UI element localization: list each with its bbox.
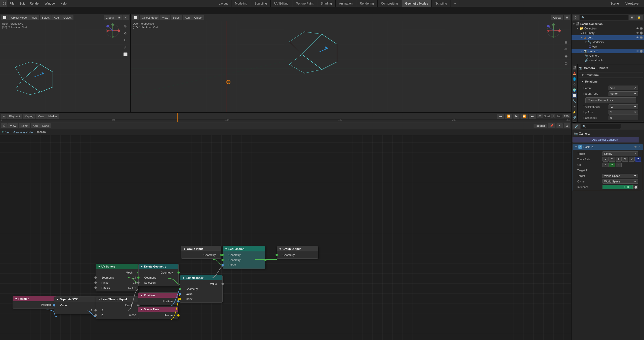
node-close-btn[interactable]: ✕: [556, 123, 563, 128]
constraint-close-btn[interactable]: ✕: [638, 145, 641, 149]
tree-camera-data[interactable]: 📷 Camera: [572, 53, 644, 58]
tree-modifiers[interactable]: ▼ 🔧 Modifiers: [572, 40, 644, 44]
menu-file[interactable]: File: [7, 0, 17, 7]
vp2-object-mode[interactable]: Object Mode: [140, 15, 159, 20]
props-icon-constraints[interactable]: 🔗: [572, 115, 577, 120]
outliner-filter[interactable]: ⊞: [629, 15, 635, 20]
marker-btn[interactable]: Marker: [46, 114, 59, 119]
timeline-editor-type[interactable]: ≡: [1, 114, 7, 119]
tab-compositing[interactable]: Compositing: [378, 0, 402, 7]
pass-index-val[interactable]: 0: [609, 116, 638, 120]
vp2-render-tool[interactable]: ◉: [563, 53, 569, 59]
node-group-input[interactable]: ▼ Group Input Geometry: [181, 246, 221, 259]
vp2-global-btn[interactable]: Global: [551, 15, 563, 20]
parent-dropdown[interactable]: Vert ✕: [609, 86, 638, 90]
tab-shading[interactable]: Shading: [317, 0, 336, 7]
tool-cursor[interactable]: ⊕: [122, 23, 128, 29]
play-btn[interactable]: ▶: [513, 114, 519, 119]
tab-rendering[interactable]: Rendering: [356, 0, 377, 7]
tree-empty[interactable]: ▶ ⬡ Empty 👁🔘: [572, 31, 644, 35]
target-ws-dropdown[interactable]: World Space ▼: [602, 174, 638, 178]
bc-geonodes[interactable]: GeometryNodes: [13, 131, 33, 134]
menu-help[interactable]: Help: [58, 0, 69, 7]
play-start-btn[interactable]: ⏮: [497, 114, 504, 119]
tree-scene-collection[interactable]: ▼ 🎬 Scene Collection: [572, 22, 644, 26]
track-y-btn[interactable]: Y: [609, 157, 615, 162]
node-sp-collapse[interactable]: ▼: [225, 248, 227, 250]
node-gi-collapse[interactable]: ▼: [183, 248, 186, 250]
tree-constraints[interactable]: 🔗 Constraints: [572, 58, 644, 62]
menu-edit[interactable]: Edit: [17, 0, 27, 7]
vp2-editor-type[interactable]: ⬜: [132, 15, 139, 20]
tab-animation[interactable]: Animation: [336, 0, 356, 7]
vp2-view-btn[interactable]: View: [160, 15, 170, 20]
node-editor-type[interactable]: ⬡: [1, 123, 8, 128]
node-pos2-collapse[interactable]: ▼: [140, 294, 143, 297]
vp2-object-btn[interactable]: Object: [192, 15, 204, 20]
node-sample-index[interactable]: ▼ Sample Index Value Geometry Value: [180, 275, 223, 303]
tab-layout[interactable]: Layout: [215, 0, 231, 7]
bc-vert[interactable]: Vert: [6, 131, 11, 134]
node-lte-collapse[interactable]: ▼: [98, 298, 100, 301]
playback-btn[interactable]: Playback: [7, 114, 22, 119]
outliner-sync[interactable]: 🔒: [635, 15, 643, 20]
prev-key-btn[interactable]: ⏪: [505, 114, 512, 119]
node-less-than-equal[interactable]: ▼ Less Than or Equal Result A B: [96, 296, 138, 319]
vp-snap-btn[interactable]: ⊞: [116, 15, 123, 20]
influence-reset-btn[interactable]: ⬤: [633, 185, 638, 189]
props-icon-physics[interactable]: ⚡: [572, 110, 577, 115]
props-icon-scene[interactable]: ⬡: [572, 82, 577, 87]
props-icon-particles[interactable]: ✦: [572, 104, 577, 109]
outliner-editor-type[interactable]: ⬡: [573, 15, 579, 20]
node-snap-btn[interactable]: ⊞: [564, 123, 570, 128]
node-scene-time[interactable]: ▼ Scene Time Frame: [138, 307, 178, 319]
vp2-material-tool[interactable]: ⬡: [563, 60, 569, 66]
left-nav-gizmo[interactable]: [105, 23, 120, 39]
constraint-hide-btn[interactable]: 👁: [634, 145, 637, 149]
tool-rotate[interactable]: ↻: [122, 37, 128, 43]
influence-bar[interactable]: 1.000: [602, 185, 633, 189]
node-go-collapse[interactable]: ▼: [279, 248, 281, 250]
track-to-collapse[interactable]: ▼: [575, 146, 577, 148]
vp-add-btn[interactable]: Add: [52, 15, 61, 20]
node-sep-collapse[interactable]: ▼: [56, 298, 59, 301]
next-key-btn[interactable]: ⏩: [520, 114, 528, 119]
constraint-search[interactable]: [581, 124, 621, 129]
play-end-btn[interactable]: ⏭: [529, 114, 536, 119]
props-icon-view[interactable]: 🌐: [572, 77, 577, 82]
up-x-btn[interactable]: X: [602, 163, 609, 167]
node-set-position[interactable]: ▼ Set Position Geometry Geometry: [223, 246, 265, 269]
props-icon-modifier[interactable]: 🔧: [572, 99, 577, 104]
menu-window[interactable]: Window: [42, 0, 58, 7]
node-uv-sphere[interactable]: ▼ UV Sphere Mesh Segments 24 R: [96, 264, 138, 291]
track-neg-z-btn[interactable]: Z: [635, 157, 641, 162]
view-btn[interactable]: View: [36, 114, 46, 119]
tab-uv-editing[interactable]: UV Editing: [271, 0, 292, 7]
tab-add[interactable]: +: [451, 0, 460, 7]
props-icon-output[interactable]: 📤: [572, 71, 577, 76]
vp-proportional-btn[interactable]: ⊙: [123, 15, 129, 20]
parent-type-dropdown[interactable]: Vertex ▼: [609, 91, 638, 96]
node-select-btn[interactable]: Select: [19, 123, 30, 128]
up-z-btn[interactable]: Z: [616, 163, 622, 167]
cam-parent-lock-btn[interactable]: Camera Parent Lock: [585, 97, 636, 103]
vp2-view-tool[interactable]: 👁: [563, 46, 569, 52]
tab-scripting[interactable]: Scripting: [432, 0, 451, 7]
tree-vert-modifier[interactable]: ⬡ Vert: [572, 44, 644, 49]
menu-render[interactable]: Render: [27, 0, 42, 7]
up-axis-dropdown[interactable]: Y ▼: [609, 110, 638, 115]
node-view-btn[interactable]: View: [8, 123, 18, 128]
vp2-snap-btn[interactable]: ⊞: [564, 15, 570, 20]
tool-scale[interactable]: ⤢: [122, 44, 128, 50]
vp-select-btn[interactable]: Select: [40, 15, 52, 20]
vp-view-btn[interactable]: View: [29, 15, 39, 20]
node-position-collapse[interactable]: ▼: [15, 297, 17, 300]
track-neg-x-btn[interactable]: X: [622, 157, 628, 162]
vp-global-btn[interactable]: Global: [104, 15, 116, 20]
track-z-btn[interactable]: Z: [616, 157, 622, 162]
node-separate-xyz[interactable]: ▼ Separate XYZ Vector Z: [54, 296, 98, 314]
vp2-select-btn[interactable]: Select: [171, 15, 182, 20]
add-constraint-btn[interactable]: Add Object Constraint: [573, 137, 639, 142]
tab-geometry-nodes[interactable]: Geometry Nodes: [401, 0, 432, 7]
vp-object-mode-btn[interactable]: Object Mode: [9, 15, 29, 20]
